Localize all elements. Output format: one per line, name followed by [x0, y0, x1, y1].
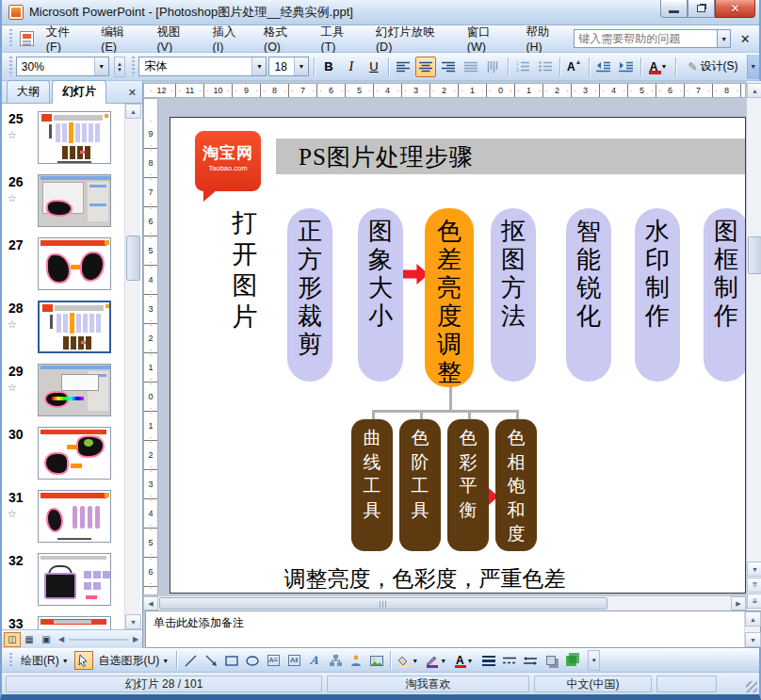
menu-item-1[interactable]: 文件(F)	[38, 21, 92, 57]
scroll-down-icon[interactable]: ▼	[745, 632, 761, 647]
draw-menu-button[interactable]: 绘图(R)▼	[16, 651, 73, 671]
step-box-2[interactable]: 图象大小	[358, 208, 403, 382]
toolbar-grip[interactable]	[8, 29, 13, 48]
scroll-up-icon[interactable]: ▲	[747, 83, 761, 98]
scrollbar-thumb[interactable]	[159, 597, 607, 610]
restore-button[interactable]	[688, 0, 715, 18]
autoshapes-button[interactable]: 自选图形(U)▼	[94, 651, 174, 671]
toolbar-grip[interactable]	[8, 57, 13, 75]
step-box-7[interactable]: 图框制作	[704, 208, 746, 382]
slide-sorter-view-button[interactable]: ▦	[21, 632, 38, 647]
toolbar-grip[interactable]	[131, 57, 136, 75]
slide-thumbnail-26[interactable]	[38, 174, 111, 227]
chevron-down-icon[interactable]: ▼	[251, 57, 266, 75]
slide-thumbnail-31[interactable]	[38, 490, 111, 543]
tab-slides[interactable]: 幻灯片	[52, 80, 106, 104]
design-button[interactable]: ✎设计(S)	[680, 57, 745, 77]
font-size-combobox[interactable]: 18 ▼	[268, 57, 308, 76]
scroll-left-icon[interactable]: ◀	[143, 596, 158, 610]
text-direction-button[interactable]	[483, 57, 504, 77]
slide-thumbnail-28[interactable]	[38, 301, 111, 353]
scroll-left-icon[interactable]: ◀	[55, 635, 68, 643]
previous-slide-icon[interactable]: ⇈	[747, 578, 761, 593]
3d-style-button[interactable]	[562, 651, 581, 670]
zoom-combobox[interactable]: 30% ▼	[16, 57, 109, 76]
minimize-button[interactable]	[660, 0, 688, 18]
toolbar-grip[interactable]	[8, 653, 13, 669]
increase-indent-button[interactable]	[616, 57, 637, 77]
menu-item-8[interactable]: 窗口(W)	[459, 21, 518, 57]
taobao-logo[interactable]: 淘宝网 Taobao.com	[195, 131, 261, 191]
scroll-right-icon[interactable]: ▶	[731, 596, 746, 610]
next-slide-icon[interactable]: ⇊	[747, 594, 761, 609]
thumbnail-scrollbar[interactable]: ▲ ▼	[124, 104, 140, 629]
align-center-button[interactable]	[415, 57, 436, 77]
arrow-tool-button[interactable]	[202, 651, 220, 670]
tool-box-3[interactable]: 色彩平衡	[447, 419, 489, 551]
slide-thumbnail-30[interactable]	[38, 427, 111, 480]
tool-box-4[interactable]: 色相饱和度	[495, 419, 537, 551]
tool-box-2[interactable]: 色阶工具	[399, 419, 441, 551]
italic-button[interactable]: I	[341, 57, 362, 77]
menu-item-4[interactable]: 插入(I)	[204, 21, 255, 57]
chevron-down-icon[interactable]: ▼	[294, 57, 308, 75]
font-combobox[interactable]: 宋体 ▼	[138, 57, 267, 76]
menu-item-5[interactable]: 格式(O)	[255, 21, 313, 57]
dash-style-button[interactable]	[500, 651, 519, 670]
tool-box-1[interactable]: 曲线工具	[351, 419, 393, 551]
align-left-button[interactable]	[393, 57, 413, 77]
scroll-up-icon[interactable]: ▲	[745, 611, 761, 627]
menu-item-9[interactable]: 帮助(H)	[517, 21, 574, 57]
menu-item-6[interactable]: 工具(T)	[313, 21, 367, 57]
numbering-button[interactable]: 12	[512, 57, 533, 77]
slide-thumbnail-33[interactable]	[38, 616, 111, 629]
step-box-4[interactable]: 抠图方法	[491, 208, 536, 382]
tab-outline[interactable]: 大纲	[7, 80, 50, 103]
fill-color-button[interactable]: ▼	[395, 651, 421, 670]
bullets-button[interactable]	[535, 57, 556, 77]
oval-tool-button[interactable]	[243, 651, 262, 670]
notes-pane[interactable]: 单击此处添加备注 ▲ ▼	[145, 610, 761, 648]
distribute-button[interactable]	[461, 57, 481, 77]
close-pane-icon[interactable]: ✕	[128, 87, 137, 99]
font-color-button[interactable]: A▼	[645, 57, 672, 77]
slide-title-bar[interactable]: PS图片处理步骤	[276, 138, 745, 174]
text-box-button[interactable]: A≡	[264, 651, 283, 670]
insert-wordart-button[interactable]: A	[305, 651, 324, 670]
slide-thumbnail-29[interactable]	[38, 364, 111, 416]
scroll-right-icon[interactable]: ▶	[129, 635, 142, 643]
scrollbar-thumb[interactable]	[748, 236, 761, 274]
line-color-button[interactable]: ▼	[423, 651, 449, 670]
toolbar-overflow-button[interactable]: ▼	[588, 650, 600, 671]
scroll-up-icon[interactable]: ▲	[125, 104, 141, 119]
arrow-style-button[interactable]	[521, 651, 540, 670]
scrollbar-track[interactable]	[69, 639, 128, 641]
rectangle-tool-button[interactable]	[222, 651, 241, 670]
increase-font-size-button[interactable]: A▲	[564, 57, 585, 77]
menu-item-3[interactable]: 视图(V)	[148, 21, 203, 57]
slide-caption[interactable]: 调整亮度，色彩度，严重色差	[274, 564, 575, 594]
close-button[interactable]: ✕	[715, 0, 755, 18]
shadow-style-button[interactable]	[542, 651, 560, 670]
slide-thumbnail-27[interactable]	[38, 237, 111, 290]
insert-clipart-button[interactable]	[347, 651, 365, 670]
select-objects-button[interactable]	[74, 651, 93, 670]
menu-item-2[interactable]: 编辑(E)	[92, 21, 148, 57]
insert-picture-button[interactable]	[367, 651, 386, 670]
resize-grip[interactable]	[746, 681, 757, 692]
menu-item-7[interactable]: 幻灯片放映(D)	[367, 21, 459, 57]
slide-canvas[interactable]: 淘宝网 Taobao.com PS图片处理步骤 打开图片 调整亮度，色彩度，严重…	[170, 117, 746, 594]
toolbar-options-button[interactable]: ▲▼	[114, 57, 126, 77]
scroll-down-icon[interactable]: ▼	[747, 562, 761, 577]
font-color-button[interactable]: A▼	[451, 651, 478, 670]
slide-thumbnail-25[interactable]	[38, 111, 111, 164]
help-search-input[interactable]	[574, 29, 717, 48]
vertical-text-box-button[interactable]: A‖	[284, 651, 303, 670]
align-right-button[interactable]	[438, 57, 459, 77]
scroll-down-icon[interactable]: ▼	[125, 614, 141, 629]
notes-scrollbar[interactable]: ▲ ▼	[744, 611, 760, 647]
vertical-scrollbar[interactable]: ▲ ▼ ⇈ ⇊	[746, 81, 761, 610]
step-box-6[interactable]: 水印制作	[635, 208, 680, 382]
chevron-down-icon[interactable]: ▼	[94, 57, 108, 75]
underline-button[interactable]: U	[364, 57, 384, 77]
